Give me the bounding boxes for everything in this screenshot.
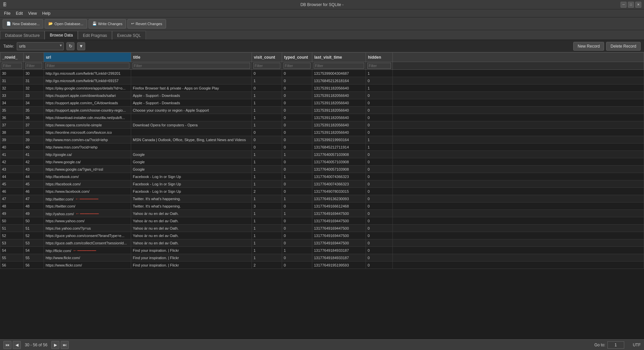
refresh-button[interactable]: ↻	[66, 42, 74, 50]
cell-title: Find your inspiration. | Flickr	[131, 261, 252, 269]
table-row[interactable]: 4343https://www.google.ca/?gws_rd=sslGoo…	[0, 166, 644, 173]
menu-file[interactable]: File	[1, 10, 13, 16]
cell-rowid: 30	[0, 70, 24, 77]
cell-hidden: 0	[366, 188, 393, 195]
tab-database-structure[interactable]: Database Structure	[0, 31, 45, 40]
table-row[interactable]: 3535https://support.apple.com/choose-cou…	[0, 107, 644, 114]
nav-next-button[interactable]: ▶	[51, 341, 59, 349]
cell-rowid: 51	[0, 225, 24, 232]
nav-last-button[interactable]: ⏭	[61, 341, 69, 349]
col-header-visit-count[interactable]: visit_count	[252, 53, 282, 62]
cell-hidden: 0	[366, 114, 393, 121]
cell-rowid: 49	[0, 210, 24, 217]
menu-view[interactable]: View	[25, 10, 40, 16]
table-row[interactable]: 3030http://go.microsoft.com/fwlink/?Link…	[0, 70, 644, 77]
cell-id: 33	[24, 92, 44, 99]
table-row[interactable]: 3636https://download-installer.cdn.mozil…	[0, 114, 644, 121]
cell-id: 44	[24, 173, 44, 180]
cell-extra	[393, 173, 644, 180]
menu-help[interactable]: Help	[40, 10, 53, 16]
filter-rowid[interactable]	[2, 63, 22, 69]
col-header-last-visit-time[interactable]: last_visit_time	[312, 53, 366, 62]
cell-url: https://support.apple.com/en_CA/download…	[44, 99, 131, 107]
table-row[interactable]: 4040http://www.msn.com/?ocid=iehp0013176…	[0, 143, 644, 151]
cell-title	[131, 129, 252, 136]
cell-rowid: 33	[0, 92, 24, 99]
table-selector[interactable]: urls	[17, 42, 64, 50]
table-row[interactable]: 4242http://www.google.ca/Google101317764…	[0, 158, 644, 166]
cell-extra	[393, 84, 644, 92]
delete-record-button[interactable]: Delete Record	[606, 42, 641, 51]
close-button[interactable]: ✕	[635, 2, 641, 8]
new-database-button[interactable]: 📄 New Database...	[3, 19, 43, 28]
col-header-id[interactable]: id	[24, 53, 44, 62]
table-row[interactable]: 3838https://ieonline.microsoft.com/favic…	[0, 129, 644, 136]
cell-last_visit_time: 13177649169447500	[312, 210, 366, 217]
table-row[interactable]: 5555http://www.flickr.com/Find your insp…	[0, 254, 644, 261]
arrow-annotation: ←————	[75, 211, 99, 216]
filter-hidden[interactable]	[367, 63, 391, 69]
col-header-rowid[interactable]: _rowid_	[0, 53, 24, 62]
col-header-typed-count[interactable]: typed_count	[282, 53, 312, 62]
filter-id[interactable]	[25, 63, 42, 69]
col-header-title[interactable]: title	[131, 53, 252, 62]
nav-prev-button[interactable]: ◀	[13, 341, 21, 349]
tab-edit-pragmas[interactable]: Edit Pragmas	[78, 31, 112, 40]
goto-input[interactable]	[607, 341, 624, 349]
cell-title: Google	[131, 151, 252, 158]
open-database-button[interactable]: 📂 Open Database...	[45, 19, 87, 28]
table-row[interactable]: 5151https://se.yahoo.com/?p=usYahoo är n…	[0, 225, 644, 232]
nav-first-button[interactable]: ⏮	[3, 341, 11, 349]
table-row[interactable]: 4949http://yahoo.com/ ←————Yahoo är nu e…	[0, 210, 644, 217]
tab-browse-data[interactable]: Browse Data	[45, 31, 78, 40]
cell-rowid: 41	[0, 151, 24, 158]
data-table: _rowid_ id url title visit_count typed_c…	[0, 52, 644, 269]
table-row[interactable]: 3737https://www.opera.com/o/ie-simpleDow…	[0, 121, 644, 129]
filter-button[interactable]: ▼	[77, 42, 85, 50]
filter-typed-count[interactable]	[283, 63, 311, 69]
table-row[interactable]: 4141http://google.ca/Google1113177640057…	[0, 151, 644, 158]
statusbar: ⏮ ◀ 30 - 56 of 56 ▶ ⏭ Go to: UTF	[0, 339, 644, 350]
table-row[interactable]: 5252https://guce.yahoo.com/consent?brand…	[0, 232, 644, 239]
cell-visit_count: 1	[252, 217, 282, 225]
table-row[interactable]: 5656https://www.flickr.com/Find your ins…	[0, 261, 644, 269]
maximize-button[interactable]: □	[628, 2, 634, 8]
table-row[interactable]: 5050https://www.yahoo.com/Yahoo är nu en…	[0, 217, 644, 225]
cell-visit_count: 1	[252, 92, 282, 99]
table-row[interactable]: 3939http://www.msn.com/en-ca/?ocid=iehpM…	[0, 136, 644, 143]
col-header-extra	[393, 53, 644, 62]
table-row[interactable]: 3333https://support.apple.com/downloads/…	[0, 92, 644, 99]
table-row[interactable]: 4848https://twitter.com/Twitter. It's wh…	[0, 202, 644, 210]
table-row[interactable]: 3131http://go.microsoft.com/fwlink/?Link…	[0, 77, 644, 84]
col-header-url[interactable]: url	[44, 53, 131, 62]
table-row[interactable]: 5353https://guce.oath.com/collectConsent…	[0, 239, 644, 247]
filter-title[interactable]	[132, 63, 250, 69]
new-record-button[interactable]: New Record	[573, 42, 604, 51]
menubar: File Edit View Help	[0, 9, 644, 17]
col-header-hidden[interactable]: hidden	[366, 53, 393, 62]
cell-url: https://www.yahoo.com/	[44, 217, 131, 225]
minimize-button[interactable]: ─	[621, 2, 627, 8]
tab-execute-sql[interactable]: Execute SQL	[112, 31, 146, 40]
filter-visit-count[interactable]	[253, 63, 280, 69]
cell-typed_count: 1	[282, 151, 312, 158]
cell-id: 50	[24, 217, 44, 225]
table-row[interactable]: 4747http://twitter.com/ ←————Twitter. It…	[0, 195, 644, 202]
table-wrapper[interactable]: _rowid_ id url title visit_count typed_c…	[0, 52, 644, 339]
table-row[interactable]: 3434https://support.apple.com/en_CA/down…	[0, 99, 644, 107]
table-row[interactable]: 4646https://www.facebook.com/Facebook - …	[0, 188, 644, 195]
table-row[interactable]: 4444http://facebook.com/Facebook - Log I…	[0, 173, 644, 180]
filter-url[interactable]	[45, 63, 129, 69]
write-changes-button[interactable]: 💾 Write Changes	[89, 19, 126, 28]
cell-title: Facebook - Log In or Sign Up	[131, 173, 252, 180]
cell-hidden: 1	[366, 84, 393, 92]
menu-edit[interactable]: Edit	[13, 10, 25, 16]
cell-rowid: 35	[0, 107, 24, 114]
revert-changes-button[interactable]: ↩ Revert Changes	[127, 19, 166, 28]
cell-rowid: 42	[0, 158, 24, 166]
filter-last-visit-time[interactable]	[314, 63, 364, 69]
table-row[interactable]: 3232https://play.google.com/store/apps/d…	[0, 84, 644, 92]
table-row[interactable]: 4545https://facebook.com/Facebook - Log …	[0, 180, 644, 188]
cell-url: https://se.yahoo.com/?p=us	[44, 225, 131, 232]
table-row[interactable]: 5454http://flickr.com/ ←————Find your in…	[0, 247, 644, 254]
